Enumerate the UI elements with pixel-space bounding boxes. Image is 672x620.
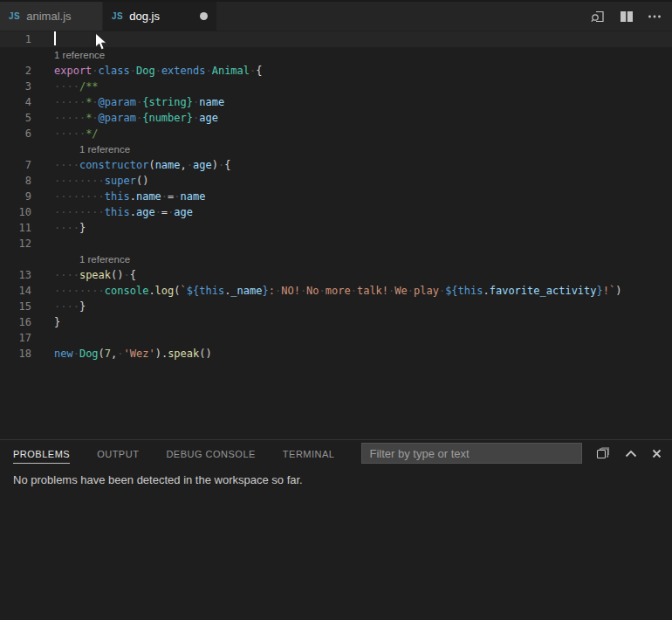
codelens-label: 1 reference [54,141,130,157]
whitespace-dots: · [161,190,168,203]
code-line[interactable]: 11····} [0,220,672,236]
code-line[interactable]: 4·····*·@param·{string}·name [0,94,672,110]
code-token: ( [148,159,154,171]
code-editor[interactable]: 11 reference2export·class·Dog·extends·An… [0,31,672,439]
code-token: No [306,285,319,297]
codelens-row[interactable]: 1 reference [0,251,672,267]
codelens-row[interactable]: 1 reference [0,47,672,63]
codelens-label: 1 reference [54,251,130,267]
whitespace-dots: · [73,348,79,360]
more-actions-icon[interactable] [648,10,662,23]
whitespace-dots: · [205,65,211,77]
line-number: 7 [0,157,54,173]
code-token: . [130,190,136,203]
code-token: age [193,159,212,171]
code-token: ) [615,285,621,297]
line-number: 8 [0,173,54,189]
code-token: speak [79,269,111,281]
line-number [0,251,54,267]
codelens-label: 1 reference [54,47,105,63]
tab-animal-js[interactable]: JS animal.js [0,2,103,31]
code-token: : [269,285,275,297]
code-line[interactable]: 3····/** [0,79,672,94]
code-line[interactable]: 6·····*/ [0,126,672,141]
code-token: Dog [79,348,99,360]
code-token: } [79,300,86,313]
line-number: 13 [0,267,54,283]
line-number: 10 [0,204,54,220]
line-number: 17 [0,330,54,346]
stacked-squares-icon[interactable] [596,446,610,460]
code-line[interactable]: 14········console.log(`${this._name}:·NO… [0,283,672,299]
close-icon[interactable] [652,449,662,458]
code-line[interactable]: 1 [0,31,672,47]
code-token: NO! [281,285,300,297]
whitespace-dots: ····· [54,127,86,140]
line-number: 4 [0,94,54,110]
codelens-row[interactable]: 1 reference [0,141,672,157]
code-token: age [136,206,155,218]
code-token: ${ [445,285,457,297]
code-line[interactable]: 9········this.name·=·name [0,189,672,204]
panel-tab-terminal[interactable]: TERMINAL [283,444,335,464]
whitespace-dots: ····· [54,112,86,124]
code-token: } [54,316,60,328]
code-line[interactable]: 16} [0,314,672,330]
panel-tab-output[interactable]: OUTPUT [97,444,139,464]
whitespace-dots: · [319,285,326,297]
code-line[interactable]: 5·····*·@param·{number}·age [0,110,672,126]
editor-lines: 11 reference2export·class·Dog·extends·An… [0,31,672,362]
code-token: 7 [105,348,111,360]
code-line[interactable]: 2export·class·Dog·extends·Animal·{ [0,63,672,79]
tab-dog-js[interactable]: JS dog.js [103,2,216,31]
code-line[interactable]: 15····} [0,299,672,314]
line-number: 9 [0,189,54,204]
code-token: name [199,96,224,108]
code-text: ·····*/ [54,126,99,141]
code-text: ····} [54,220,86,236]
tab-label: dog.js [129,10,160,23]
whitespace-dots: ···· [54,269,79,281]
code-token: /** [79,80,99,93]
line-number: 11 [0,220,54,236]
code-text: ····} [54,299,86,314]
code-token: We [394,285,407,297]
code-token: name [136,190,161,203]
code-token: {number} [142,112,193,124]
unsaved-changes-dot[interactable] [200,12,208,20]
code-token: !` [603,285,615,297]
split-editor-icon[interactable] [620,10,634,23]
code-token: () [199,348,211,360]
javascript-file-icon: JS [112,11,123,21]
editor-tab-bar: JS animal.js JS dog.js [0,0,672,31]
chevron-up-icon[interactable] [625,450,637,458]
line-number: 5 [0,110,54,126]
code-line[interactable]: 12 [0,236,672,251]
code-line[interactable]: 13····speak()·{ [0,267,672,283]
whitespace-dots: · [351,285,357,297]
code-text: ····/** [54,79,99,94]
code-token: ). [155,348,168,360]
code-line[interactable]: 10········this.age·=·age [0,204,672,220]
whitespace-dots: ········ [54,190,105,203]
panel-tab-problems[interactable]: PROBLEMS [13,444,70,464]
whitespace-dots: ········ [54,206,105,218]
code-text: ········console.log(`${this._name}:·NO!·… [54,283,621,299]
line-number: 1 [0,31,54,47]
whitespace-dots: · [408,285,414,297]
problems-filter-input[interactable] [361,443,582,464]
code-line[interactable]: 17 [0,330,672,346]
whitespace-dots: · [117,348,123,360]
open-preview-icon[interactable] [591,10,606,24]
whitespace-dots: · [187,159,193,171]
code-token: this [199,285,224,297]
code-line[interactable]: 8········super() [0,173,672,189]
line-number: 2 [0,63,54,79]
whitespace-dots: · [130,65,136,77]
code-line[interactable]: 18new·Dog(7,·'Wez').speak() [0,346,672,362]
code-line[interactable]: 7····constructor(name,·age)·{ [0,157,672,173]
panel-tab-debug-console[interactable]: DEBUG CONSOLE [166,444,255,464]
code-token: new [54,348,73,360]
problems-status-message: No problems have been detected in the wo… [0,466,672,486]
code-token: log [155,285,175,297]
